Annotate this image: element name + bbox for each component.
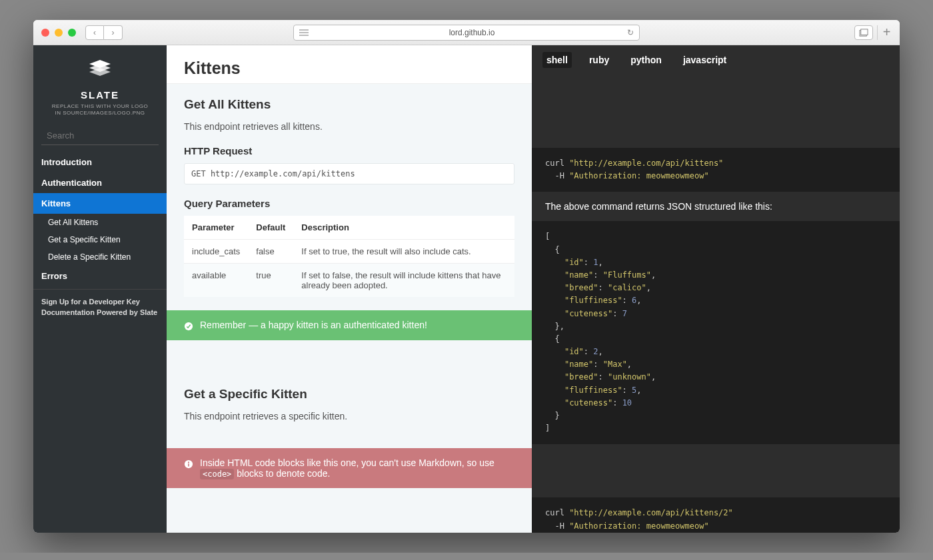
nav-subitem-get-specific-kitten[interactable]: Get a Specific Kitten xyxy=(33,231,167,248)
code-panel[interactable]: shell ruby python javascript curl "http:… xyxy=(532,45,900,533)
desc-get-specific-kitten: This endpoint retrieves a specific kitte… xyxy=(184,411,514,421)
heading-query-parameters: Query Parameters xyxy=(184,198,514,209)
table-cell-desc: If set to true, the result will also inc… xyxy=(293,240,514,264)
reload-icon[interactable]: ↻ xyxy=(627,28,634,37)
table-header-default: Default xyxy=(248,216,293,240)
callout-warning-text: Inside HTML code blocks like this one, y… xyxy=(200,457,514,479)
sidebar: SLATE Replace this with your logoin sour… xyxy=(33,45,167,533)
table-header-description: Description xyxy=(293,216,514,240)
code-block-json: [ { "id": 1, "name": "Fluffums", "breed"… xyxy=(532,221,900,444)
query-parameters-table: Parameter Default Description include_ca… xyxy=(184,216,514,297)
logo-icon xyxy=(87,57,113,84)
window-maximize-button[interactable] xyxy=(68,29,76,37)
code-block-curl-one: curl "http://example.com/api/kittens/2" … xyxy=(532,497,900,533)
code-block-curl-all: curl "http://example.com/api/kittens" -H… xyxy=(532,148,900,192)
info-circle-icon xyxy=(184,459,193,469)
language-tabs: shell ruby python javascript xyxy=(532,45,900,75)
logo-title: SLATE xyxy=(40,89,160,101)
heading-http-request: HTTP Request xyxy=(184,145,514,156)
logo-subtitle: Replace this with your logoin source/ima… xyxy=(40,103,160,117)
callout-warning: Inside HTML code blocks like this one, y… xyxy=(167,448,532,488)
table-cell-desc: If set to false, the result will include… xyxy=(293,264,514,298)
doc-content[interactable]: Kittens Get All Kittens This endpoint re… xyxy=(167,45,532,533)
footer-link-powered[interactable]: Documentation Powered by Slate xyxy=(41,308,159,316)
table-row: available true If set to false, the resu… xyxy=(184,264,514,298)
svg-rect-7 xyxy=(188,463,189,466)
svg-point-6 xyxy=(188,461,189,463)
lang-tab-python[interactable]: python xyxy=(626,52,666,68)
nav-subitem-get-all-kittens[interactable]: Get All Kittens xyxy=(33,214,167,231)
callout-success: Remember — a happy kitten is an authenti… xyxy=(167,310,532,340)
search-field[interactable] xyxy=(41,127,159,145)
reader-mode-icon[interactable] xyxy=(299,29,309,36)
table-row: include_cats false If set to true, the r… xyxy=(184,240,514,264)
show-tabs-button[interactable] xyxy=(854,25,873,40)
lang-tab-ruby[interactable]: ruby xyxy=(585,52,613,68)
code-note-returns: The above command returns JSON structure… xyxy=(532,192,900,221)
check-circle-icon xyxy=(184,322,193,331)
browser-forward-button[interactable]: › xyxy=(104,25,123,40)
nav-item-introduction[interactable]: Introduction xyxy=(33,152,167,172)
callout-success-text: Remember — a happy kitten is an authenti… xyxy=(200,320,427,330)
browser-titlebar: ‹ › lord.github.io ↻ + xyxy=(33,20,900,45)
browser-url-text: lord.github.io xyxy=(317,28,627,37)
lang-tab-javascript[interactable]: javascript xyxy=(679,52,730,68)
new-tab-button[interactable]: + xyxy=(877,25,892,40)
logo-block: SLATE Replace this with your logoin sour… xyxy=(33,45,167,127)
heading-get-specific-kitten: Get a Specific Kitten xyxy=(184,387,514,402)
table-header-parameter: Parameter xyxy=(184,216,248,240)
nav-item-errors[interactable]: Errors xyxy=(33,266,167,286)
table-cell-default: true xyxy=(248,264,293,298)
table-cell-param: include_cats xyxy=(184,240,248,264)
http-request-line: GET http://example.com/api/kittens xyxy=(184,163,514,184)
nav-item-kittens[interactable]: Kittens xyxy=(33,193,167,214)
search-input[interactable] xyxy=(47,131,159,140)
footer-link-signup[interactable]: Sign Up for a Developer Key xyxy=(41,298,159,306)
heading-get-all-kittens: Get All Kittens xyxy=(184,97,514,112)
browser-back-button[interactable]: ‹ xyxy=(85,25,104,40)
desc-get-all-kittens: This endpoint retrieves all kittens. xyxy=(184,121,514,132)
window-minimize-button[interactable] xyxy=(55,29,63,37)
window-close-button[interactable] xyxy=(41,29,49,37)
browser-url-bar[interactable]: lord.github.io ↻ xyxy=(293,25,640,41)
nav-subitem-delete-specific-kitten[interactable]: Delete a Specific Kitten xyxy=(33,248,167,266)
table-cell-default: false xyxy=(248,240,293,264)
page-title: Kittens xyxy=(184,59,514,78)
table-cell-param: available xyxy=(184,264,248,298)
lang-tab-shell[interactable]: shell xyxy=(542,52,572,68)
nav-item-authentication[interactable]: Authentication xyxy=(33,172,167,193)
svg-rect-1 xyxy=(861,29,868,35)
